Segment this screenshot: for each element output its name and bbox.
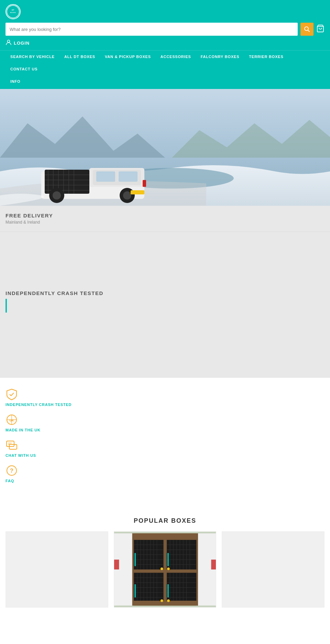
product-image-right <box>222 532 324 607</box>
nav-item-terrier-boxes[interactable]: TERRIER BOXES <box>244 50 288 63</box>
feature-faq-label: FAQ <box>6 479 324 483</box>
svg-point-103 <box>167 599 170 602</box>
svg-rect-104 <box>114 560 119 569</box>
feature-crash-tested-label: INDEPENENTLY CRASH TESTED <box>6 403 324 407</box>
nav-item-contact-us[interactable]: CONTACT US <box>6 63 42 75</box>
svg-rect-30 <box>131 190 144 194</box>
nav-item-falconry-boxes[interactable]: FALCONRY BOXES <box>196 50 244 63</box>
popular-boxes-title: POPULAR BOXES <box>6 517 324 524</box>
feature-crash-tested: INDEPENENTLY CRASH TESTED <box>6 388 324 407</box>
nav-item-search-by-vehicle[interactable]: SEARCH BY VEHICLE <box>6 50 59 63</box>
crash-tested-title: INDEPENDENTLY CRASH TESTED <box>6 290 324 296</box>
features-section: INDEPENENTLY CRASH TESTED UK MADE IN THE… <box>0 378 330 500</box>
svg-point-26 <box>53 191 61 200</box>
logo-row: DT BOXES <box>6 4 324 19</box>
nav-item-info[interactable]: INFO <box>6 75 324 88</box>
svg-point-100 <box>161 567 163 570</box>
section-spacer <box>0 500 330 507</box>
svg-rect-98 <box>134 584 136 597</box>
delivery-spacer <box>0 232 330 280</box>
svg-rect-13 <box>119 171 138 182</box>
crash-spacer <box>0 323 330 378</box>
nav-item-all-dt-boxes[interactable]: ALL DT BOXES <box>59 50 100 63</box>
nav-item-accessories[interactable]: ACCESSORIES <box>156 50 196 63</box>
popular-boxes-section: POPULAR BOXES <box>0 507 330 613</box>
svg-point-6 <box>8 40 10 43</box>
svg-point-28 <box>123 191 131 200</box>
svg-text:?: ? <box>10 468 13 474</box>
nav-item-van-pickup-boxes[interactable]: VAN & PICKUP BOXES <box>100 50 156 63</box>
user-icon <box>6 39 12 47</box>
product-grid <box>6 531 324 608</box>
svg-text:DT: DT <box>12 9 14 11</box>
svg-rect-96 <box>134 553 136 566</box>
product-card-left[interactable] <box>6 531 108 608</box>
product-image-middle <box>114 532 216 607</box>
svg-rect-12 <box>96 171 115 182</box>
search-button[interactable] <box>300 23 314 36</box>
crash-tested-banner: INDEPENDENTLY CRASH TESTED <box>0 280 330 323</box>
login-row[interactable]: LOGIN <box>6 39 324 50</box>
faq-icon: ? <box>6 464 18 477</box>
login-label: LOGIN <box>14 41 30 46</box>
feature-made-in-uk: UK MADE IN THE UK <box>6 414 324 432</box>
svg-rect-35 <box>7 441 14 447</box>
feature-chat-label: CHAT WITH US <box>6 453 324 457</box>
feature-made-in-uk-label: MADE IN THE UK <box>6 428 324 432</box>
cart-icon[interactable] <box>316 24 324 34</box>
svg-point-101 <box>167 567 170 570</box>
feature-faq[interactable]: ? FAQ <box>6 464 324 483</box>
header: DT BOXES LOGIN <box>0 0 330 50</box>
svg-rect-99 <box>167 584 169 597</box>
svg-rect-29 <box>143 180 146 187</box>
chat-icon <box>6 439 18 451</box>
shield-icon <box>6 388 18 400</box>
svg-text:BOXES: BOXES <box>10 12 16 13</box>
svg-rect-72 <box>167 573 196 601</box>
teal-divider <box>6 299 7 313</box>
svg-line-4 <box>308 30 310 32</box>
svg-point-102 <box>161 599 163 602</box>
navigation: SEARCH BY VEHICLE ALL DT BOXES VAN & PIC… <box>0 50 330 89</box>
hero-image <box>0 89 330 206</box>
feature-chat[interactable]: CHAT WITH US <box>6 439 324 457</box>
uk-icon: UK <box>6 414 18 426</box>
svg-rect-97 <box>167 553 169 566</box>
free-delivery-title: FREE DELIVERY <box>6 213 324 218</box>
search-input[interactable] <box>6 23 298 36</box>
search-row <box>6 23 324 36</box>
product-image-left <box>6 532 108 607</box>
free-delivery-banner: FREE DELIVERY Mainland & Ireland <box>0 206 330 232</box>
site-logo[interactable]: DT BOXES <box>6 4 21 19</box>
product-card-right[interactable] <box>222 531 324 608</box>
product-card-middle[interactable] <box>114 531 217 608</box>
svg-rect-71 <box>134 573 163 601</box>
free-delivery-subtitle: Mainland & Ireland <box>6 220 324 225</box>
svg-rect-105 <box>211 560 216 569</box>
